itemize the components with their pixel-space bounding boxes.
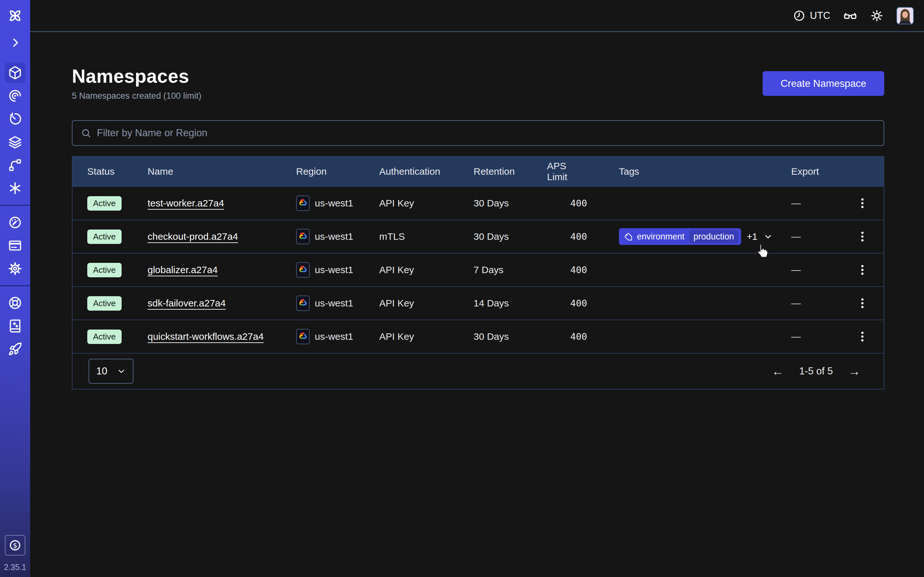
status-badge: Active xyxy=(87,263,121,277)
kebab-menu-icon[interactable] xyxy=(855,263,869,277)
region-cell: us-west1 xyxy=(296,195,379,211)
export-cell: — xyxy=(791,198,855,209)
gcp-cloud-icon xyxy=(296,329,310,344)
kebab-menu-icon[interactable] xyxy=(855,229,869,243)
user-avatar[interactable] xyxy=(897,7,914,24)
table-row: Active checkout-prod.a27a4 us-west1 mTLS… xyxy=(73,219,884,253)
theme-sun-icon[interactable] xyxy=(870,9,884,23)
pager-controls: ← 1-5 of 5 → xyxy=(772,364,861,378)
page-size-select[interactable]: 10 xyxy=(89,359,134,384)
sidebar-item-window[interactable] xyxy=(0,234,30,257)
gcp-cloud-icon xyxy=(296,262,310,277)
kebab-menu-icon[interactable] xyxy=(855,296,869,310)
app-root: $ 2.35.1 UTC xyxy=(0,0,924,577)
sidebar-item-asterisk[interactable] xyxy=(0,177,30,200)
table-row: Active globalizer.a27a4 us-west1 API Key… xyxy=(73,253,884,286)
page-content: Namespaces 5 Namespaces created (100 lim… xyxy=(30,32,924,390)
col-export: Export xyxy=(791,166,855,177)
gcp-cloud-icon xyxy=(296,195,310,211)
timezone-label: UTC xyxy=(810,10,830,21)
auth-cell: API Key xyxy=(379,198,473,209)
aps-limit-cell: 400 xyxy=(547,331,587,342)
sidebar-item-branch[interactable] xyxy=(0,153,30,177)
page-title: Namespaces xyxy=(72,65,202,87)
sidebar-item-settings[interactable] xyxy=(0,257,30,280)
branch-nodes-icon xyxy=(8,158,22,172)
status-badge: Active xyxy=(87,196,121,211)
svg-text:$: $ xyxy=(13,542,17,550)
gear-icon xyxy=(8,261,22,276)
pagination-bar: 10 ← 1-5 of 5 → xyxy=(73,353,884,389)
gcp-cloud-icon xyxy=(296,229,310,244)
sidebar-logo[interactable] xyxy=(8,0,23,31)
kebab-menu-icon[interactable] xyxy=(855,330,869,343)
col-auth: Authentication xyxy=(379,166,473,177)
sidebar-item-layers[interactable] xyxy=(0,131,30,153)
retention-cell: 14 Days xyxy=(473,298,547,309)
auth-cell: API Key xyxy=(379,264,473,276)
sidebar-divider xyxy=(0,205,30,206)
retention-cell: 30 Days xyxy=(473,331,547,342)
status-badge: Active xyxy=(87,229,121,244)
prev-page-arrow-icon[interactable]: ← xyxy=(772,364,784,378)
aps-limit-cell: 400 xyxy=(547,298,587,309)
app-version: 2.35.1 xyxy=(4,562,26,572)
export-cell: — xyxy=(791,264,855,276)
sidebar-item-timer[interactable] xyxy=(0,107,30,131)
col-tags: Tags xyxy=(587,166,791,177)
tags-more-count[interactable]: +1 xyxy=(747,231,758,242)
sidebar-item-gauge[interactable] xyxy=(0,211,30,234)
export-cell: — xyxy=(791,298,855,309)
namespace-link[interactable]: quickstart-workflows.a27a4 xyxy=(148,331,264,342)
spiral-eye-icon xyxy=(8,89,22,103)
sidebar-collapse-toggle[interactable] xyxy=(9,31,21,54)
chevron-right-icon xyxy=(9,37,21,49)
namespace-link[interactable]: test-worker.a27a4 xyxy=(148,198,224,209)
sidebar-item-docs[interactable] xyxy=(0,314,30,338)
sidebar-item-rocket[interactable] xyxy=(0,338,30,361)
dollar-badge-icon: $ xyxy=(8,538,22,552)
avatar-portrait xyxy=(897,8,913,24)
sidebar-item-spiral[interactable] xyxy=(0,84,30,107)
export-cell: — xyxy=(791,331,855,342)
table-header: Status Name Region Authentication Retent… xyxy=(73,157,884,186)
col-status: Status xyxy=(87,166,148,177)
next-page-arrow-icon[interactable]: → xyxy=(848,364,861,378)
filter-input[interactable] xyxy=(97,127,875,139)
kebab-menu-icon[interactable] xyxy=(855,196,869,210)
billing-usage-button[interactable]: $ xyxy=(5,535,25,556)
auth-cell: mTLS xyxy=(379,231,473,242)
timezone-selector[interactable]: UTC xyxy=(793,10,830,22)
table-row: Active sdk-failover.a27a4 us-west1 API K… xyxy=(73,286,884,319)
region-label: us-west1 xyxy=(315,264,353,276)
sidebar-item-support[interactable] xyxy=(0,292,30,314)
status-badge: Active xyxy=(87,296,121,311)
rocket-icon xyxy=(8,342,22,356)
col-aps-limit: APS Limit xyxy=(547,161,587,182)
region-cell: us-west1 xyxy=(296,329,379,344)
namespace-link[interactable]: globalizer.a27a4 xyxy=(148,264,218,276)
namespace-link[interactable]: checkout-prod.a27a4 xyxy=(148,231,238,242)
region-label: us-west1 xyxy=(315,198,353,209)
book-sparkles-icon xyxy=(8,319,22,333)
title-row: Namespaces 5 Namespaces created (100 lim… xyxy=(72,65,884,101)
create-namespace-button[interactable]: Create Namespace xyxy=(762,71,884,96)
sidebar: $ 2.35.1 xyxy=(0,0,30,577)
sidebar-item-namespaces[interactable] xyxy=(0,61,30,84)
tags-expand-chevron-icon[interactable] xyxy=(763,232,773,242)
temporal-pinwheel-logo-icon xyxy=(8,8,23,23)
tags-cell: environment production +1 xyxy=(587,228,791,245)
glasses-icon[interactable] xyxy=(843,9,857,23)
export-cell: — xyxy=(791,231,855,242)
sidebar-divider xyxy=(0,285,30,286)
page-range-label: 1-5 of 5 xyxy=(799,366,833,377)
page-subtitle: 5 Namespaces created (100 limit) xyxy=(72,91,202,101)
region-label: us-west1 xyxy=(315,331,353,342)
tag-key: environment xyxy=(637,232,685,242)
namespace-link[interactable]: sdk-failover.a27a4 xyxy=(148,298,226,309)
tag-pill[interactable]: environment production xyxy=(619,228,741,245)
aps-limit-cell: 400 xyxy=(547,231,587,242)
region-cell: us-west1 xyxy=(296,229,379,244)
region-cell: us-west1 xyxy=(296,262,379,277)
clock-icon xyxy=(793,10,805,22)
